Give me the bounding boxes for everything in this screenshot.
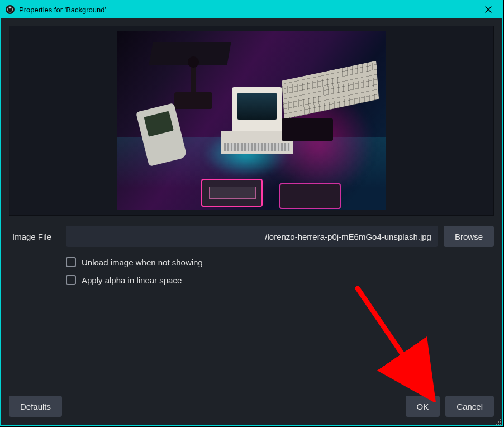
- preview-area: [9, 26, 494, 216]
- image-file-value: /lorenzo-herrera-p0j-mE6mGo4-unsplash.jp…: [265, 232, 431, 241]
- svg-rect-5: [498, 424, 499, 425]
- svg-rect-2: [498, 421, 499, 423]
- defaults-button[interactable]: Defaults: [9, 396, 62, 417]
- resize-grip[interactable]: [496, 419, 502, 425]
- window-title: Properties for 'Background': [19, 6, 475, 14]
- image-file-label: Image File: [9, 232, 60, 241]
- svg-rect-4: [496, 424, 497, 425]
- unload-image-row[interactable]: Unload image when not showing: [66, 257, 494, 267]
- unload-image-label: Unload image when not showing: [82, 258, 203, 267]
- image-preview: [117, 31, 386, 210]
- svg-rect-1: [500, 419, 501, 420]
- alpha-linear-row[interactable]: Apply alpha in linear space: [66, 275, 494, 285]
- unload-image-checkbox[interactable]: [66, 257, 76, 267]
- browse-button[interactable]: Browse: [444, 226, 494, 247]
- ok-button[interactable]: OK: [406, 396, 440, 417]
- dialog-content: Image File /lorenzo-herrera-p0j-mE6mGo4-…: [1, 18, 502, 425]
- svg-rect-6: [500, 424, 501, 425]
- svg-rect-3: [500, 421, 501, 423]
- alpha-linear-checkbox[interactable]: [66, 275, 76, 285]
- alpha-linear-label: Apply alpha in linear space: [82, 276, 182, 285]
- dialog-footer: Defaults OK Cancel: [9, 390, 494, 417]
- image-file-row: Image File /lorenzo-herrera-p0j-mE6mGo4-…: [9, 226, 494, 247]
- obs-icon: [6, 5, 15, 14]
- close-icon: [485, 6, 492, 13]
- image-file-field[interactable]: /lorenzo-herrera-p0j-mE6mGo4-unsplash.jp…: [66, 226, 438, 247]
- cancel-button[interactable]: Cancel: [445, 396, 494, 417]
- titlebar[interactable]: Properties for 'Background': [1, 1, 502, 18]
- close-button[interactable]: [479, 3, 497, 16]
- properties-dialog: Properties for 'Background' Ima: [0, 0, 503, 426]
